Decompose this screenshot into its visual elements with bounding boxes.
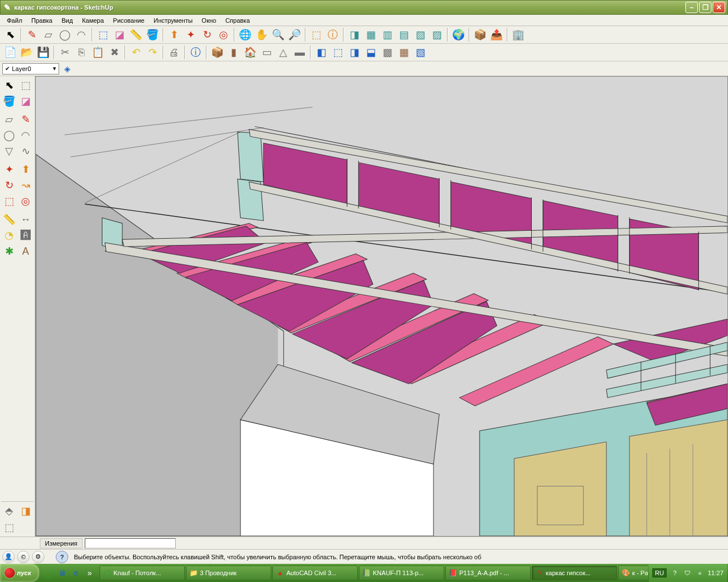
style-wireframe-icon[interactable]: ⬚ (330, 44, 346, 60)
tray-help-icon[interactable]: ? (670, 568, 679, 577)
scale-icon[interactable]: ⬚ (1, 193, 17, 209)
paint-bucket-icon[interactable]: 🪣 (144, 27, 160, 43)
3dtext-icon[interactable]: A (18, 243, 34, 259)
dimension-icon[interactable]: ↔ (18, 211, 34, 227)
zoom-tool-icon[interactable]: 🔍 (270, 27, 286, 43)
zoom-extents-icon[interactable]: 🔎 (287, 27, 303, 43)
model-floor-icon[interactable]: ▬ (292, 44, 308, 60)
model-roof-icon[interactable]: △ (275, 44, 291, 60)
pushpull-icon[interactable]: ⬆ (18, 161, 34, 177)
offset-icon[interactable]: ◎ (18, 193, 34, 209)
orbit-tool-icon[interactable]: 🌐 (237, 27, 253, 43)
minimize-button[interactable]: – (685, 2, 698, 13)
followme-icon[interactable]: ↝ (18, 177, 34, 193)
style-texture-icon[interactable]: ▧ (412, 44, 428, 60)
google-earth-icon[interactable]: 🌍 (450, 27, 466, 43)
maximize-button[interactable]: ❐ (699, 2, 712, 13)
paint-icon[interactable]: 🪣 (1, 93, 17, 109)
print-icon[interactable]: 🖨 (166, 44, 182, 60)
save-file-icon[interactable]: 💾 (35, 44, 51, 60)
component-browser-icon[interactable]: ⬚ (308, 27, 324, 43)
delete-icon[interactable]: ✖ (106, 44, 122, 60)
arc-tool-icon[interactable]: ◠ (73, 27, 89, 43)
add-building-icon[interactable]: 🏢 (510, 27, 526, 43)
line-tool-icon[interactable]: ✎ (24, 27, 40, 43)
rectangle-tool-icon[interactable]: ▱ (40, 27, 56, 43)
paste-icon[interactable]: 📋 (90, 44, 106, 60)
3d-viewport[interactable] (35, 76, 728, 537)
select-icon[interactable]: ⬉ (1, 77, 17, 93)
task-item[interactable]: ▲AutoCAD Civil 3... (272, 566, 358, 580)
line-icon[interactable]: ✎ (18, 111, 34, 127)
clock[interactable]: 11:27 (708, 569, 723, 576)
menu-Правка[interactable]: Правка (27, 16, 57, 25)
open-file-icon[interactable]: 📂 (19, 44, 35, 60)
style-shaded-icon[interactable]: ◧ (313, 44, 329, 60)
style-back-icon[interactable]: ▦ (396, 44, 412, 60)
tape-measure-icon[interactable]: 📏 (128, 27, 144, 43)
circle-icon[interactable]: ◯ (1, 127, 17, 143)
warehouse-share-icon[interactable]: 📤 (489, 27, 504, 43)
measurement-input[interactable] (85, 538, 176, 548)
eraser-tool-icon[interactable]: ◪ (111, 27, 127, 43)
tray-shield-icon[interactable]: 🛡 (682, 568, 692, 577)
style-hidden-icon[interactable]: ◨ (346, 44, 362, 60)
eraser-icon[interactable]: ◪ (18, 93, 34, 109)
new-file-icon[interactable]: 📄 (2, 44, 18, 60)
credits-icon[interactable]: © (17, 551, 30, 563)
menu-Инструменты[interactable]: Инструменты (149, 16, 197, 25)
task-item[interactable]: 🎨к - Paint (618, 566, 648, 580)
tape-icon[interactable]: 📏 (1, 211, 17, 227)
rotate-tool-icon[interactable]: ↻ (199, 27, 215, 43)
help-icon[interactable]: ? (56, 551, 68, 563)
undo-icon[interactable]: ↶ (128, 44, 144, 60)
select-tool-icon[interactable]: ⬉ (2, 27, 18, 43)
task-item[interactable]: 📕P113_A-A.pdf - ... (445, 566, 531, 580)
front-view-icon[interactable]: ▥ (379, 27, 395, 43)
copy-icon[interactable]: ⎘ (73, 44, 89, 60)
task-item[interactable]: ◯Knauf - Потолк... (100, 566, 185, 580)
ie-icon[interactable]: e (70, 566, 82, 580)
style-xray-icon[interactable]: ⬓ (363, 44, 379, 60)
model-info-icon[interactable]: ⓘ (325, 27, 341, 43)
geo-icon[interactable]: 👤 (2, 551, 15, 563)
top-view-icon[interactable]: ▦ (363, 27, 379, 43)
model-house-icon[interactable]: 🏠 (242, 44, 258, 60)
make-component-icon[interactable]: ⬚ (95, 27, 111, 43)
rectangle-icon[interactable]: ▱ (1, 111, 17, 127)
move-icon[interactable]: ✦ (1, 161, 17, 177)
polygon-icon[interactable]: ▽ (1, 143, 17, 159)
task-item[interactable]: 📗KNAUF-П 113-р... (359, 566, 444, 580)
move-tool-icon[interactable]: ✦ (183, 27, 198, 43)
orbit-b-icon[interactable]: ⬘ (1, 503, 17, 519)
rotate-icon[interactable]: ↻ (1, 177, 17, 193)
cut-icon[interactable]: ✂ (57, 44, 73, 60)
iso-view-icon[interactable]: ◨ (346, 27, 362, 43)
pan-b-icon[interactable]: ⬚ (1, 519, 17, 535)
tray-expand-icon[interactable]: « (695, 568, 704, 577)
circle-tool-icon[interactable]: ◯ (57, 27, 73, 43)
language-indicator[interactable]: RU (652, 568, 667, 577)
component-icon[interactable]: ⬚ (18, 77, 34, 93)
warehouse-get-icon[interactable]: 📦 (472, 27, 488, 43)
push-pull-icon[interactable]: ⬆ (166, 27, 182, 43)
info-icon[interactable]: ⓘ (188, 44, 204, 60)
redo-icon[interactable]: ↷ (144, 44, 160, 60)
protractor-icon[interactable]: ◔ (1, 227, 17, 243)
close-button[interactable]: ✕ (713, 2, 725, 13)
status-icon[interactable]: ⚙ (32, 551, 44, 563)
layer-manager-icon[interactable]: ◈ (60, 62, 74, 76)
model-box-icon[interactable]: 📦 (209, 44, 225, 60)
model-wall-icon[interactable]: ▮ (226, 44, 242, 60)
layer-select[interactable]: Layer0 (2, 63, 59, 74)
right-view-icon[interactable]: ▤ (396, 27, 412, 43)
style-mono-icon[interactable]: ▩ (379, 44, 395, 60)
menu-Вид[interactable]: Вид (57, 16, 77, 25)
arc-icon[interactable]: ◠ (18, 127, 34, 143)
menu-Справка[interactable]: Справка (221, 16, 254, 25)
menu-Окно[interactable]: Окно (197, 16, 221, 25)
chrome-icon[interactable]: ◯ (43, 566, 55, 580)
desktop-icon[interactable]: 🖥 (56, 566, 69, 580)
menu-Камера[interactable]: Камера (77, 16, 108, 25)
start-button[interactable]: пуск (0, 564, 39, 582)
